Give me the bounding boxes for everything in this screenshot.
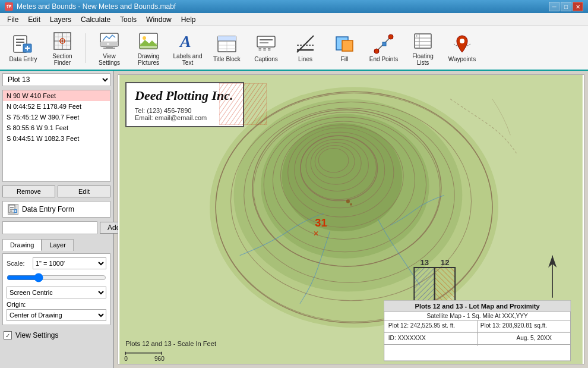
screen-centric-select[interactable]: Screen Centric	[7, 287, 106, 298]
svg-rect-90	[414, 268, 434, 303]
svg-point-84	[346, 200, 350, 203]
view-settings-checkbox[interactable]: ✓	[4, 331, 12, 339]
svg-text:13: 13	[420, 258, 429, 267]
svg-text:✓: ✓	[102, 39, 105, 42]
end-points-label: End Points	[369, 56, 398, 62]
view-settings-icon: ✓	[99, 30, 120, 52]
data-entry-form-label: Data Entry Form	[22, 205, 74, 213]
remove-button[interactable]: Remove	[2, 185, 55, 197]
left-panel: Plot 13 Plot 12 N 90 W 410 Feet N 0:44:5…	[0, 71, 114, 368]
form-icon	[8, 204, 18, 215]
svg-text:Satellite Map - 1 Sq. Mile At : Satellite Map - 1 Sq. Mile At XXX,YYY	[427, 313, 529, 319]
floating-lists-label: Floating Lists	[406, 53, 440, 66]
drawing-settings: Scale: 1" = 1000' 1" = 500' 1" = 2000' S…	[2, 253, 110, 325]
svg-point-24	[143, 36, 146, 40]
list-item[interactable]: N 0:44:52 E 1178.49 Feet	[3, 101, 110, 112]
svg-text:✕: ✕	[313, 229, 319, 238]
toolbar-captions[interactable]: ≡ ≡ ≡ Captions	[248, 30, 284, 67]
toolbar-labels-text[interactable]: A Labels and Text	[169, 30, 206, 67]
list-item[interactable]: S 0:44:51 W 1082.3 Feet	[3, 133, 110, 144]
menu-edit[interactable]: Edit	[23, 14, 45, 25]
toolbar-title-block[interactable]: Title Block	[208, 30, 245, 67]
svg-rect-33	[257, 36, 275, 47]
menu-bar: File Edit Layers Calculate Tools Window …	[0, 13, 588, 26]
data-entry-form-button[interactable]: Data Entry Form	[2, 201, 110, 218]
toolbar-waypoints[interactable]: Waypoints	[444, 30, 480, 67]
entry-list[interactable]: N 90 W 410 Feet N 0:44:52 E 1178.49 Feet…	[2, 90, 110, 182]
toolbar-view-settings[interactable]: ✓ View Settings	[91, 30, 128, 67]
tab-layer[interactable]: Layer	[42, 239, 74, 251]
scale-slider[interactable]	[7, 273, 106, 282]
list-item[interactable]: S 80:55:6 W 9.1 Feet	[3, 122, 110, 133]
company-tel: Tel: (123) 456-7890	[135, 107, 235, 114]
list-item[interactable]: N 90 W 410 Feet	[3, 90, 110, 101]
svg-text:12: 12	[441, 258, 450, 267]
svg-rect-25	[140, 43, 157, 49]
svg-rect-41	[342, 40, 353, 51]
svg-text:Aug. 5, 20XX: Aug. 5, 20XX	[516, 335, 552, 341]
svg-text:Plots 12 and 13 - Lot Map and : Plots 12 and 13 - Lot Map and Proximity	[415, 303, 540, 310]
company-name: Deed Plotting Inc.	[135, 88, 235, 103]
edit-button[interactable]: Edit	[58, 185, 110, 197]
minimize-button[interactable]: ─	[549, 2, 559, 11]
data-entry-icon	[12, 33, 34, 55]
labels-text-label: Labels and Text	[171, 53, 204, 66]
view-settings-label: View Settings	[93, 53, 126, 66]
drawing-pictures-label: Drawing Pictures	[132, 53, 165, 66]
svg-text:31: 31	[315, 217, 327, 229]
captions-label: Captions	[254, 56, 277, 62]
scale-label: Scale:	[7, 260, 30, 267]
section-finder-label: Section Finder	[46, 53, 79, 66]
map-container: 31 ✕ 13 12	[118, 75, 584, 364]
menu-help[interactable]: Help	[176, 14, 201, 25]
title-block-overlay: Deed Plotting Inc. Tel: (123) 456-7890 E…	[125, 82, 244, 127]
data-entry-label: Data Entry	[9, 56, 37, 62]
svg-text:0: 0	[124, 356, 128, 362]
fill-label: Fill	[341, 56, 349, 62]
plot-selector[interactable]: Plot 13 Plot 12	[2, 73, 110, 86]
floating-lists-icon: ≡	[412, 30, 434, 52]
svg-text:ID:  XXXXXXX: ID: XXXXXXX	[388, 335, 426, 341]
window-title: Metes and Bounds - New Metes and Bounds.…	[17, 2, 176, 11]
toolbar-section-finder[interactable]: Section Finder	[44, 30, 81, 67]
maximize-button[interactable]: □	[561, 2, 571, 11]
app-icon: 🗺	[5, 2, 13, 11]
svg-text:Plot 13: 208,920.81 sq.ft.: Plot 13: 208,920.81 sq.ft.	[480, 322, 547, 329]
main-content: Plot 13 Plot 12 N 90 W 410 Feet N 0:44:5…	[0, 71, 588, 368]
entry-input[interactable]	[2, 221, 97, 234]
toolbar-end-points[interactable]: End Points	[365, 30, 402, 67]
waypoints-icon	[451, 33, 473, 55]
toolbar-fill[interactable]: Fill	[326, 30, 363, 67]
scale-select[interactable]: 1" = 1000' 1" = 500' 1" = 2000'	[33, 257, 106, 269]
svg-text:960: 960	[154, 356, 165, 362]
list-item[interactable]: S 75:45:12 W 390.7 Feet	[3, 112, 110, 122]
toolbar-data-entry[interactable]: Data Entry	[5, 30, 42, 67]
labels-text-icon: A	[177, 30, 198, 52]
svg-rect-45	[382, 42, 386, 46]
drawing-area[interactable]: 31 ✕ 13 12	[118, 74, 584, 364]
toolbar-drawing-pictures[interactable]: Drawing Pictures	[130, 30, 167, 67]
svg-point-44	[388, 34, 393, 39]
origin-select[interactable]: Center of Drawing Custom	[7, 309, 106, 321]
captions-icon: ≡ ≡ ≡	[255, 33, 277, 55]
menu-tools[interactable]: Tools	[115, 14, 141, 25]
toolbar-lines[interactable]: Lines	[287, 30, 324, 67]
drawing-pictures-icon	[138, 30, 159, 52]
svg-point-85	[350, 203, 352, 206]
menu-calculate[interactable]: Calculate	[76, 14, 115, 25]
svg-text:A: A	[179, 32, 191, 51]
svg-text:Plot 12: 242,525.95 st. ft.: Plot 12: 242,525.95 st. ft.	[388, 322, 455, 329]
menu-file[interactable]: File	[2, 14, 23, 25]
end-points-icon	[373, 33, 394, 55]
tab-drawing[interactable]: Drawing	[2, 239, 42, 251]
waypoints-label: Waypoints	[448, 56, 476, 62]
svg-text:Plots 12 and 13 - Scale In Fee: Plots 12 and 13 - Scale In Feet	[125, 340, 217, 347]
close-button[interactable]: ✕	[573, 2, 583, 11]
tab-bar: Drawing Layer	[2, 239, 110, 251]
menu-window[interactable]: Window	[141, 14, 176, 25]
menu-layers[interactable]: Layers	[45, 14, 76, 25]
toolbar-floating-lists[interactable]: ≡ Floating Lists	[404, 30, 441, 67]
view-settings-checkbox-btn[interactable]: ✓ View Settings	[4, 331, 59, 339]
svg-rect-21	[107, 43, 109, 45]
svg-point-43	[374, 49, 379, 54]
